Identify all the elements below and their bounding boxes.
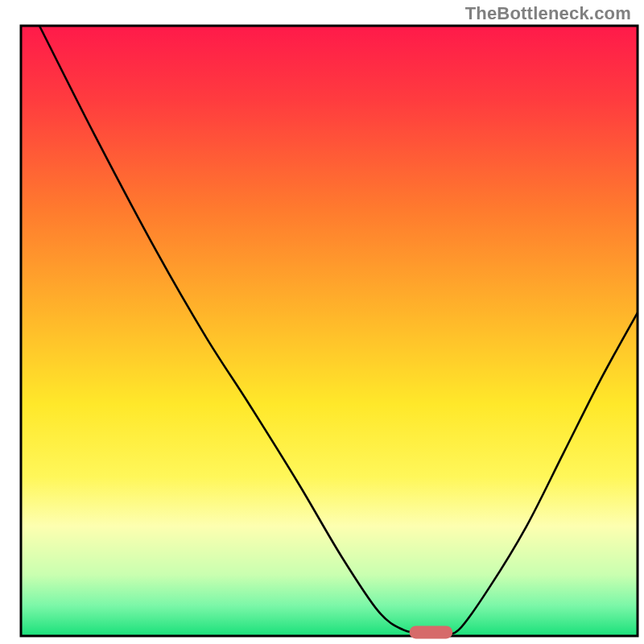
plot-gradient-background [21,26,638,636]
optimum-marker [410,625,453,638]
chart-container: TheBottleneck.com [0,0,644,644]
bottleneck-curve-chart [0,0,644,644]
